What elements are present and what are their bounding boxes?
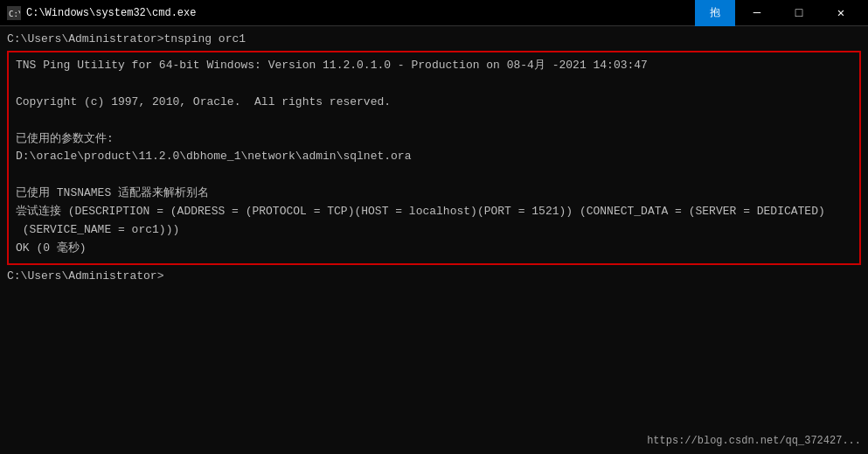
- title-bar-controls: 抱 ─ □ ✕: [695, 0, 861, 26]
- output-line: Copyright (c) 1997, 2010, Oracle. All ri…: [16, 94, 852, 111]
- output-line: TNS Ping Utility for 64-bit Windows: Ver…: [16, 58, 852, 74]
- watermark-text: https://blog.csdn.net/qq_372427...: [647, 435, 861, 447]
- output-box: TNS Ping Utility for 64-bit Windows: Ver…: [7, 51, 861, 265]
- output-line: D:\oracle\product\11.2.0\dbhome_1\networ…: [16, 149, 852, 165]
- minimize-icon: ─: [753, 6, 760, 20]
- maximize-icon: □: [795, 6, 802, 20]
- output-line: [16, 113, 852, 129]
- window-title: C:\Windows\system32\cmd.exe: [26, 7, 196, 19]
- title-bar: C:\ C:\Windows\system32\cmd.exe 抱 ─ □ ✕: [0, 0, 868, 26]
- close-button[interactable]: ✕: [821, 0, 861, 26]
- maximize-button[interactable]: □: [779, 0, 819, 26]
- window: C:\ C:\Windows\system32\cmd.exe 抱 ─ □ ✕ …: [0, 0, 868, 454]
- output-line: OK (0 毫秒): [16, 241, 852, 257]
- output-line: [16, 167, 852, 184]
- terminal-body[interactable]: C:\Users\Administrator>tnsping orc1 TNS …: [0, 26, 868, 454]
- output-line: 已使用的参数文件:: [16, 131, 852, 148]
- extra-button[interactable]: 抱: [695, 0, 735, 26]
- command-prompt-2: C:\Users\Administrator>: [7, 269, 861, 284]
- title-bar-left: C:\ C:\Windows\system32\cmd.exe: [7, 6, 196, 20]
- output-line: (SERVICE_NAME = orc1))): [16, 222, 852, 239]
- svg-text:C:\: C:\: [9, 10, 20, 18]
- output-line: 已使用 TNSNAMES 适配器来解析别名: [16, 185, 852, 202]
- command-prompt-1: C:\Users\Administrator>tnsping orc1: [7, 31, 861, 47]
- output-line: [16, 76, 852, 93]
- close-icon: ✕: [837, 5, 844, 20]
- minimize-button[interactable]: ─: [737, 0, 777, 26]
- cmd-icon: C:\: [7, 6, 21, 20]
- output-line: 尝试连接 (DESCRIPTION = (ADDRESS = (PROTOCOL…: [16, 204, 852, 220]
- extra-label: 抱: [710, 5, 720, 20]
